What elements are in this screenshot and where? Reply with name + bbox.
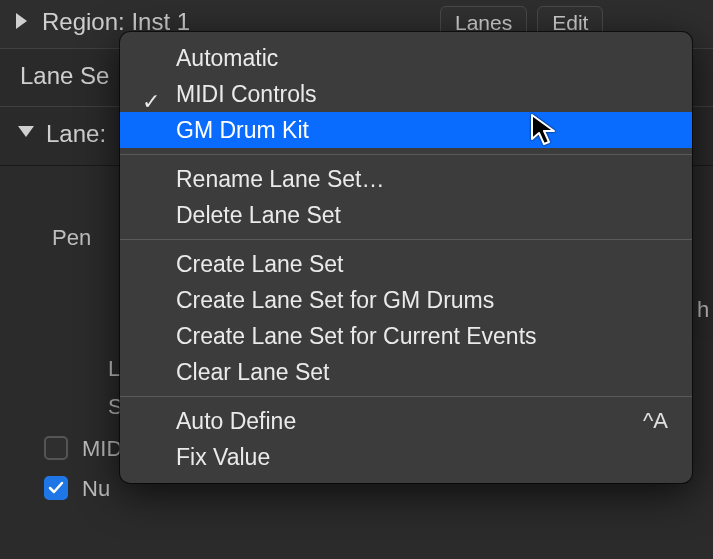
menu-item-label: Fix Value	[176, 444, 270, 470]
menu-item-rename-lane-set[interactable]: Rename Lane Set…	[120, 161, 692, 197]
menu-separator	[120, 154, 692, 155]
menu-item-label: Create Lane Set for Current Events	[176, 323, 537, 349]
menu-item-clear-lane-set[interactable]: Clear Lane Set	[120, 354, 692, 390]
number-row-label: Nu	[82, 476, 110, 502]
lane-disclosure-arrow[interactable]	[18, 126, 34, 137]
check-icon: ✓	[142, 84, 164, 106]
midi-checkbox[interactable]	[44, 436, 68, 460]
menu-item-label: Create Lane Set	[176, 251, 344, 277]
right-panel-fragment: h	[693, 280, 713, 340]
menu-item-create-lane-set-gm-drums[interactable]: Create Lane Set for GM Drums	[120, 282, 692, 318]
menu-item-label: Auto Define	[176, 408, 296, 434]
menu-item-automatic[interactable]: Automatic	[120, 40, 692, 76]
background-panel: Region: Inst 1 Lanes Edit Lane Se Lane: …	[0, 0, 713, 559]
pen-label: Pen	[52, 225, 91, 251]
menu-separator	[120, 239, 692, 240]
menu-item-label: Delete Lane Set	[176, 202, 341, 228]
region-disclosure-arrow[interactable]	[16, 13, 27, 29]
menu-item-gm-drum-kit[interactable]: GM Drum Kit	[120, 112, 692, 148]
menu-item-midi-controls[interactable]: ✓ MIDI Controls	[120, 76, 692, 112]
l-label: L	[108, 356, 120, 382]
menu-item-delete-lane-set[interactable]: Delete Lane Set	[120, 197, 692, 233]
check-icon	[47, 479, 65, 497]
menu-item-create-lane-set-current-events[interactable]: Create Lane Set for Current Events	[120, 318, 692, 354]
menu-item-label: MIDI Controls	[176, 81, 317, 107]
lane-label[interactable]: Lane:	[46, 120, 106, 148]
lane-set-label[interactable]: Lane Se	[20, 62, 109, 90]
menu-item-label: Clear Lane Set	[176, 359, 329, 385]
lane-set-menu: Automatic ✓ MIDI Controls GM Drum Kit Re…	[120, 32, 692, 483]
menu-item-create-lane-set[interactable]: Create Lane Set	[120, 246, 692, 282]
menu-item-label: Create Lane Set for GM Drums	[176, 287, 494, 313]
menu-item-label: Rename Lane Set…	[176, 166, 384, 192]
menu-item-label: Automatic	[176, 45, 278, 71]
menu-item-shortcut: ^A	[643, 403, 668, 439]
menu-item-fix-value[interactable]: Fix Value	[120, 439, 692, 475]
number-checkbox[interactable]	[44, 476, 68, 500]
menu-item-auto-define[interactable]: Auto Define ^A	[120, 403, 692, 439]
menu-separator	[120, 396, 692, 397]
menu-item-label: GM Drum Kit	[176, 117, 309, 143]
